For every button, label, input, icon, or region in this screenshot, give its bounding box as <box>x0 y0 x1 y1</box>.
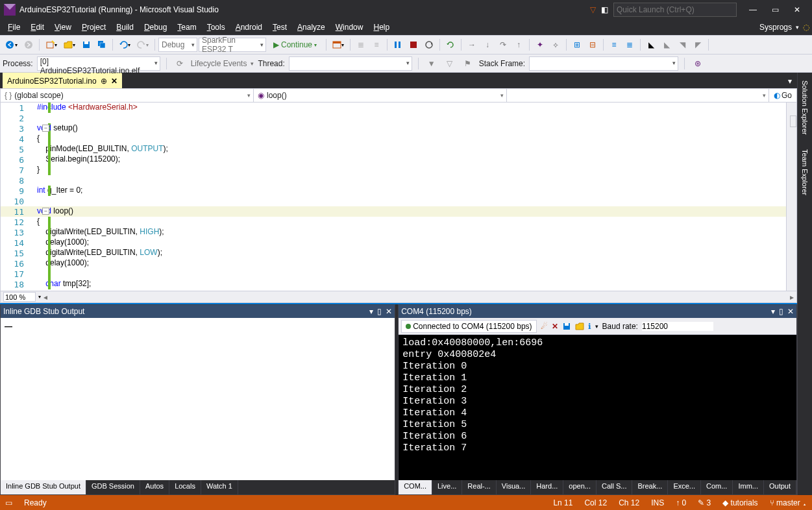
nav-forward-button[interactable] <box>21 38 36 52</box>
bookmark-next-button[interactable]: ◥ <box>675 38 689 52</box>
nav-back-button[interactable]: ▾ <box>3 38 20 52</box>
feedback-icon[interactable]: ◧ <box>601 5 608 14</box>
restart-button[interactable] <box>422 38 436 52</box>
split-handle-icon[interactable] <box>790 115 796 127</box>
config-dropdown[interactable]: Debug <box>158 38 197 52</box>
menu-file[interactable]: File <box>3 21 25 34</box>
extra-dropdown[interactable] <box>507 89 769 102</box>
solution-explorer-tab[interactable]: Solution Explorer <box>799 77 811 139</box>
panel-tab[interactable]: Break... <box>632 480 668 494</box>
panel-pin-icon[interactable]: ▯ <box>377 307 382 316</box>
repo-icon[interactable]: ◆ tutorials <box>722 498 757 507</box>
stop-button[interactable] <box>406 38 421 52</box>
thread-dropdown[interactable] <box>289 56 412 71</box>
menu-tools[interactable]: Tools <box>202 21 230 34</box>
panel-tab[interactable]: Inline GDB Stub Output <box>1 480 86 494</box>
go-button[interactable]: ◐ Go <box>769 89 796 102</box>
bookmark-prev-button[interactable]: ◣ <box>659 38 674 52</box>
process-dropdown[interactable]: [0] ArduinoESP32Tutorial.ino.elf <box>37 56 160 71</box>
notification-icon[interactable]: ▽ <box>590 5 596 14</box>
redo-button[interactable]: ▾ <box>134 38 151 52</box>
tool-b-button[interactable]: ⊟ <box>585 38 600 52</box>
save-all-button[interactable] <box>95 38 109 52</box>
panel-tab[interactable]: COM... <box>399 480 432 494</box>
browser-select-button[interactable]: ▾ <box>330 38 347 52</box>
menu-help[interactable]: Help <box>368 21 395 34</box>
menu-view[interactable]: View <box>49 21 77 34</box>
menu-android[interactable]: Android <box>230 21 267 34</box>
close-button[interactable]: ✕ <box>786 1 808 18</box>
horizontal-scrollbar[interactable] <box>50 293 787 302</box>
zoom-dropdown[interactable] <box>3 292 36 302</box>
scope-dropdown[interactable]: { } (global scope) <box>1 89 254 102</box>
step-over-button[interactable]: ↷ <box>496 38 510 52</box>
menu-window[interactable]: Window <box>330 21 369 34</box>
vertical-scrollbar[interactable] <box>786 103 796 291</box>
open-folder-icon[interactable] <box>575 322 584 331</box>
filter-icon-2[interactable]: ▽ <box>443 56 457 71</box>
step-next-button[interactable]: → <box>465 38 479 52</box>
stackframe-tool-icon[interactable]: ⊛ <box>691 56 705 71</box>
activity-icon[interactable]: ◌ <box>803 23 809 32</box>
panel-tab[interactable]: Real-... <box>462 480 496 494</box>
step-into-button[interactable]: ↓ <box>480 38 495 52</box>
panel-tab[interactable]: Hard... <box>531 480 563 494</box>
code-editor[interactable]: 1 #include #include <HardwareSerial.h><H… <box>0 103 797 291</box>
diagnostic-button-2[interactable]: ⟡ <box>548 38 563 52</box>
member-dropdown[interactable]: ◉ loop() <box>254 89 507 102</box>
tool-a-button[interactable]: ⊞ <box>570 38 584 52</box>
settings-icon[interactable]: ℹ <box>588 322 591 331</box>
team-explorer-tab[interactable]: Team Explorer <box>799 145 811 199</box>
menu-build[interactable]: Build <box>111 21 139 34</box>
step-out-button[interactable]: ↑ <box>511 38 526 52</box>
panel-tab[interactable]: Locals <box>169 480 201 494</box>
baud-dropdown[interactable]: 115200 <box>642 322 713 331</box>
hex-button-2[interactable]: ≡ <box>369 38 384 52</box>
menu-debug[interactable]: Debug <box>139 21 172 34</box>
menu-project[interactable]: Project <box>77 21 111 34</box>
stackframe-dropdown[interactable] <box>529 56 678 71</box>
clear-icon[interactable]: ✕ <box>552 322 558 331</box>
reconnect-icon[interactable]: ☄ <box>541 322 548 331</box>
list-a-button[interactable]: ≡ <box>607 38 621 52</box>
close-tab-icon[interactable]: ✕ <box>111 77 117 86</box>
sysprogs-label[interactable]: Sysprogs <box>759 23 792 32</box>
panel-close-icon[interactable]: ✕ <box>787 307 794 316</box>
publish-icon[interactable]: ↑ 0 <box>676 498 686 507</box>
panel-tab[interactable]: Exce... <box>668 480 701 494</box>
maximize-button[interactable]: ▭ <box>764 1 786 18</box>
panel-tab[interactable]: Imm... <box>733 480 764 494</box>
pause-button[interactable] <box>391 38 405 52</box>
tabs-overflow-icon[interactable]: ▾ <box>783 74 797 88</box>
panel-tab[interactable]: GDB Session <box>86 480 140 494</box>
save-log-icon[interactable] <box>562 322 571 331</box>
menu-analyze[interactable]: Analyze <box>292 21 330 34</box>
save-button[interactable] <box>79 38 93 52</box>
target-dropdown[interactable]: SparkFun ESP32 T <box>199 38 266 52</box>
gdb-output-area[interactable]: — <box>1 318 395 480</box>
quick-launch-input[interactable] <box>613 3 737 17</box>
list-b-button[interactable]: ≣ <box>622 38 637 52</box>
continue-button[interactable]: ▶ Continue ▾ <box>267 38 323 52</box>
serial-terminal[interactable]: load:0x40080000,len:6696 entry 0x400802e… <box>399 335 796 480</box>
menu-team[interactable]: Team <box>172 21 201 34</box>
panel-tab[interactable]: Output <box>764 480 796 494</box>
document-tab[interactable]: ArduinoESP32Tutorial.ino ⊕ ✕ <box>3 73 122 88</box>
panel-tab[interactable]: Live... <box>432 480 462 494</box>
panel-tab[interactable]: Watch 1 <box>201 480 238 494</box>
hex-button[interactable]: ≣ <box>354 38 368 52</box>
pin-icon[interactable]: ⊕ <box>101 77 107 86</box>
lifecycle-icon[interactable]: ⟳ <box>173 56 187 71</box>
menu-test[interactable]: Test <box>267 21 292 34</box>
changes-icon[interactable]: ✎ 3 <box>698 498 711 507</box>
open-file-button[interactable]: ▾ <box>61 38 78 52</box>
filter-icon[interactable]: ▼ <box>424 56 439 71</box>
panel-tab[interactable]: open... <box>563 480 597 494</box>
panel-tab[interactable]: Visua... <box>497 480 532 494</box>
minimize-button[interactable]: — <box>742 1 764 18</box>
panel-dropdown-icon[interactable]: ▾ <box>771 307 775 316</box>
refresh-button[interactable] <box>443 38 458 52</box>
panel-tab[interactable]: Autos <box>140 480 169 494</box>
new-project-button[interactable]: ▾ <box>43 38 60 52</box>
diagnostic-button[interactable]: ✦ <box>533 38 547 52</box>
